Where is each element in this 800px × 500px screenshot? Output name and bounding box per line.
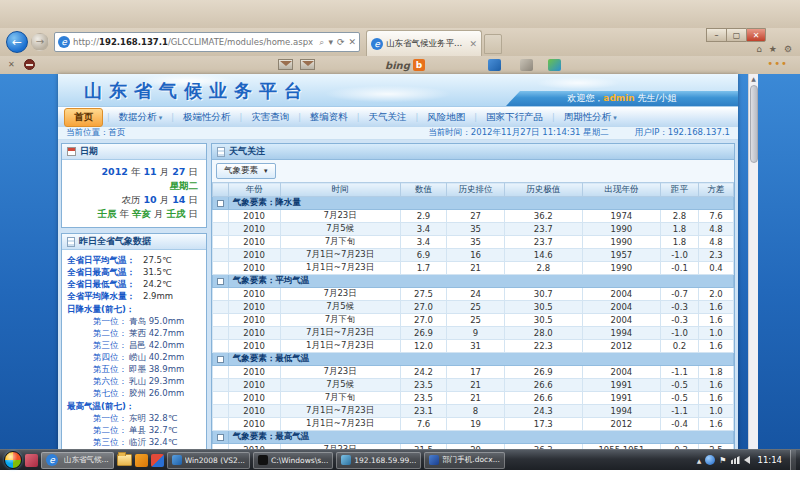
chevron-down-icon[interactable]: ▾ [328, 37, 333, 47]
calendar-panel-header: 日期 [62, 144, 206, 160]
new-tab-button[interactable] [484, 34, 502, 54]
star-icon[interactable]: ★ [769, 44, 777, 54]
taskbar-clock[interactable]: 11:14 [754, 455, 787, 465]
menu-item-6[interactable]: 风险地图 [418, 109, 474, 126]
taskbar: e 山东省气候... Win2008 (VS2...C:\Windows\s..… [0, 449, 800, 470]
back-button[interactable]: ← [6, 31, 28, 53]
cell: 27.0 [400, 314, 447, 327]
globe-tray-icon[interactable] [705, 455, 715, 465]
window-icon [172, 455, 182, 465]
menu-item-3[interactable]: 灾害查询 [242, 109, 298, 126]
forward-button[interactable]: → [31, 33, 49, 51]
taskbar-ie-button[interactable]: e 山东省气候... [41, 452, 114, 469]
mail-icon[interactable] [278, 59, 293, 70]
cell: 24.3 [504, 405, 582, 418]
taskbar-window-button-3[interactable]: 部门手机.docx... [424, 452, 504, 469]
element-dropdown-button[interactable]: 气象要素 ▾ [216, 163, 276, 179]
section-header-row[interactable]: 气象要素：最高气温 [213, 431, 734, 444]
checkbox[interactable] [217, 356, 224, 363]
cell: 7月1日~7月23日 [280, 327, 400, 340]
app-icon-media[interactable] [151, 454, 164, 467]
checkbox[interactable] [217, 200, 224, 207]
checkbox[interactable] [217, 434, 224, 441]
address-bar[interactable]: e http://192.168.137.1/GLCCLIMATE/module… [54, 32, 360, 52]
menu-item-5[interactable]: 天气关注 [360, 109, 416, 126]
cell: 1.6 [699, 314, 734, 327]
maximize-button[interactable]: ▢ [726, 28, 746, 42]
table-row: 20107月下旬3.43523.719901.84.8 [213, 236, 734, 249]
taskbar-window-button-1[interactable]: C:\Windows\s... [253, 452, 333, 469]
calendar-line: 星期二 [66, 179, 198, 193]
stat-value: 2.9mm [143, 290, 173, 302]
start-button[interactable] [4, 451, 22, 469]
toolbar-close-icon[interactable]: ✕ [8, 60, 15, 69]
cell: 21 [447, 392, 504, 405]
taskbar-window-button-2[interactable]: 192.168.59.99... [336, 452, 421, 469]
scroll-up-icon[interactable]: ▲ [749, 74, 758, 84]
scrollbar-thumb[interactable] [750, 85, 758, 163]
hidden-icons-arrow[interactable]: ▲ [697, 457, 702, 464]
menu-item-0[interactable]: 首页 [64, 108, 103, 127]
show-desktop-button[interactable] [790, 450, 796, 471]
send-icon[interactable] [300, 59, 315, 70]
tab-favicon: e [371, 38, 383, 50]
checkbox[interactable] [217, 278, 224, 285]
taskbar-window-button-0[interactable]: Win2008 (VS2... [167, 452, 250, 469]
chevron-down-icon: ▾ [264, 167, 268, 175]
menu-item-1[interactable]: 数据分析▾ [110, 109, 172, 126]
row-indent-cell [213, 236, 229, 249]
cell: 2010 [228, 236, 280, 249]
close-button[interactable]: ✕ [746, 28, 766, 42]
column-header-6: 距平 [661, 183, 699, 197]
refresh-icon[interactable]: ⟳ [337, 37, 345, 47]
browser-tab[interactable]: e 山东省气候业务平... ✕ [366, 30, 482, 56]
bing-icon[interactable]: b [413, 59, 425, 71]
stop-icon[interactable]: ✕ [348, 37, 356, 47]
tab-close-icon[interactable]: ✕ [469, 39, 477, 49]
cell: -1.0 [661, 327, 699, 340]
yesterday-body: 全省日平均气温：27.5℃全省日最高气温：31.5℃全省日最低气温：24.2℃全… [62, 250, 206, 466]
section-header-row[interactable]: 气象要素：降水量 [213, 197, 734, 210]
window-label: 192.168.59.99... [354, 456, 416, 465]
calendar-icon [67, 147, 76, 156]
translate-icon[interactable] [548, 59, 561, 71]
network-icon[interactable] [731, 456, 740, 464]
yesterday-panel: 昨日全省气象数据 全省日平均气温：27.5℃全省日最高气温：31.5℃全省日最低… [61, 233, 207, 467]
minimize-button[interactable]: – [706, 28, 726, 42]
vertical-scrollbar[interactable]: ▲ ▼ [748, 74, 758, 470]
volume-icon[interactable] [744, 456, 750, 464]
cell: 1990 [582, 262, 660, 275]
chevron-down-icon: ▾ [159, 114, 163, 122]
weather-table: 年份时间数值历史排位历史极值出现年份距平方差 气象要素：降水量20107月23日… [212, 182, 734, 467]
window-icon [429, 455, 439, 465]
camera-icon[interactable] [488, 59, 501, 71]
menu-item-2[interactable]: 极端性分析 [174, 109, 240, 126]
cell: 23.5 [400, 379, 447, 392]
calendar-text: 辛亥 [132, 208, 151, 219]
section-header-row[interactable]: 气象要素：平均气温 [213, 275, 734, 288]
menu-item-4[interactable]: 整编资料 [301, 109, 357, 126]
cell: 1994 [582, 327, 660, 340]
blocked-icon[interactable] [24, 59, 35, 70]
cell: 7月5候 [280, 379, 400, 392]
share-icon[interactable] [520, 59, 533, 71]
gear-icon[interactable]: ⚙ [784, 44, 792, 54]
section-header-row[interactable]: 气象要素：最低气温 [213, 353, 734, 366]
more-icon[interactable]: ••• [767, 58, 788, 69]
launcher-icon[interactable] [25, 454, 38, 467]
search-icon[interactable]: ⌕ [319, 37, 324, 48]
app-icon-orange[interactable] [135, 454, 148, 467]
menu-item-7[interactable]: 国家下行产品 [477, 109, 552, 126]
home-icon[interactable]: ⌂ [756, 44, 762, 54]
action-center-flag-icon[interactable]: ⚑ [719, 456, 726, 465]
menu-item-8[interactable]: 周期性分析▾ [555, 109, 626, 126]
panel-icon [217, 147, 225, 157]
row-indent-cell [213, 223, 229, 236]
page-header: 山东省气候业务平台 欢迎您，admin 先生/小姐 [58, 74, 738, 106]
cell: 8 [447, 405, 504, 418]
cell: 0.4 [699, 262, 734, 275]
explorer-icon[interactable] [117, 454, 132, 466]
page-title: 山东省气候业务平台 [84, 79, 309, 103]
calendar-text: 月 [157, 166, 173, 177]
tab-title: 山东省气候业务平... [386, 38, 467, 50]
